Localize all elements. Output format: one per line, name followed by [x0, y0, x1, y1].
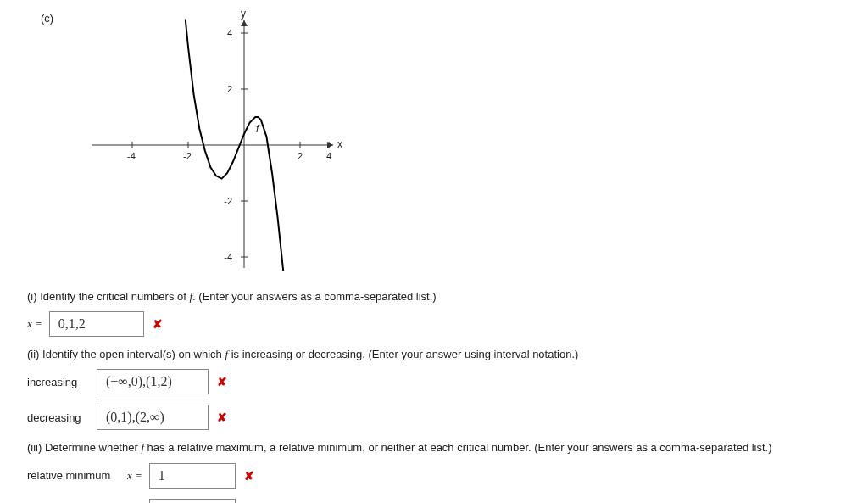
curve-label: f '	[256, 123, 264, 135]
x-tick-label: 2	[298, 151, 303, 161]
wrong-icon: ✘	[215, 375, 227, 388]
wrong-icon: ✘	[242, 469, 254, 483]
x-tick-label: 4	[326, 151, 331, 161]
relmin-answer-input[interactable]: 1	[149, 463, 236, 489]
wrong-icon: ✘	[215, 411, 227, 424]
y-axis-arrow-icon	[241, 20, 248, 26]
y-tick-label: 2	[227, 84, 232, 94]
increasing-answer-input[interactable]: (−∞,0),(1,2)	[97, 369, 209, 394]
q3-prompt-post: has a relative maximum, a relative minim…	[144, 441, 772, 454]
y-axis-label: y	[241, 8, 246, 20]
x-tick-label: -2	[183, 151, 192, 161]
increasing-label: increasing	[27, 376, 90, 388]
q1-prompt-post: . (Enter your answers as a comma-separat…	[192, 290, 437, 303]
relmin-label: relative minimum	[27, 469, 120, 482]
q3-prompt: (iii) Determine whether f has a relative…	[27, 440, 841, 455]
part-label: (c)	[41, 12, 53, 25]
graph-container: x y -4 -2 2 4 4 2 -2 -4 f '	[75, 14, 841, 279]
q3-var-label-min: x =	[127, 469, 142, 483]
y-tick-label: 4	[227, 28, 232, 38]
y-tick-label: -2	[224, 196, 232, 206]
decreasing-answer-input[interactable]: (0,1),(2,∞)	[97, 405, 209, 430]
q2-prompt-post: is increasing or decreasing. (Enter your…	[228, 348, 578, 360]
q2-prompt-pre: (ii) Identify the open interval(s) on wh…	[27, 348, 225, 360]
curve-plot: x y -4 -2 2 4 4 2 -2 -4 f '	[75, 14, 346, 277]
relmax-answer-input[interactable]: 0,2	[149, 499, 236, 503]
q2-prompt: (ii) Identify the open interval(s) on wh…	[27, 347, 841, 362]
x-tick-label: -4	[127, 151, 136, 161]
wrong-icon: ✘	[151, 317, 163, 331]
q3-prompt-pre: (iii) Determine whether	[27, 441, 141, 454]
decreasing-label: decreasing	[27, 411, 90, 424]
q1-var-label: x =	[27, 317, 42, 331]
q1-answer-input[interactable]: 0,1,2	[49, 311, 144, 337]
q1-prompt: (i) Identify the critical numbers of f. …	[27, 289, 841, 305]
x-ticks: -4 -2 2	[127, 142, 303, 161]
q1-prompt-pre: (i) Identify the critical numbers of	[27, 290, 189, 303]
x-axis-label: x	[337, 138, 342, 150]
x-axis-arrow-icon	[327, 142, 333, 148]
y-tick-label: -4	[224, 252, 232, 262]
